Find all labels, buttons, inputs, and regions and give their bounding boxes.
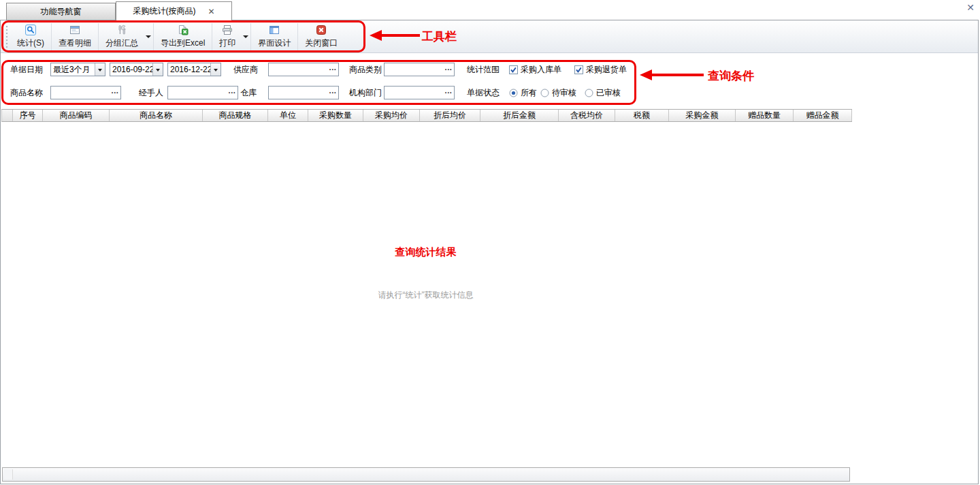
scope-label: 统计范围 bbox=[467, 63, 500, 76]
tab-label: 功能导航窗 bbox=[41, 6, 82, 18]
department-value bbox=[385, 87, 443, 99]
date-to-value: 2016-12-22 bbox=[168, 63, 210, 76]
warehouse-label: 仓库 bbox=[240, 86, 257, 99]
ellipsis-lookup-icon[interactable]: ··· bbox=[327, 63, 338, 76]
column-header-discounted-amount[interactable]: 折后金额 bbox=[480, 110, 559, 121]
date-preset-combo[interactable]: 最近3个月 bbox=[50, 63, 105, 76]
product-name-input[interactable]: ··· bbox=[50, 86, 121, 99]
checkbox-checked-icon bbox=[509, 65, 518, 74]
date-label: 单据日期 bbox=[10, 63, 43, 76]
column-header-product-name[interactable]: 商品名称 bbox=[110, 110, 203, 121]
search-icon bbox=[25, 25, 36, 35]
toolbar-separator bbox=[250, 23, 251, 50]
close-window-button[interactable]: 关闭窗口 bbox=[299, 22, 344, 52]
column-header-product-spec[interactable]: 商品规格 bbox=[203, 110, 268, 121]
category-label: 商品类别 bbox=[349, 63, 382, 76]
query-panel: 单据日期 最近3个月 2016-09-22 2016-12-22 供应商 ···… bbox=[1, 53, 978, 108]
printer-icon bbox=[222, 25, 233, 35]
column-header-purchase-avg-price[interactable]: 采购均价 bbox=[363, 110, 420, 121]
tab-purchase-statistics[interactable]: 采购统计(按商品) ✕ bbox=[116, 1, 232, 20]
toolbar-separator bbox=[98, 23, 99, 50]
button-label: 打印 bbox=[219, 37, 235, 49]
result-title-annotation: 查询统计结果 bbox=[1, 246, 850, 259]
radio-label: 待审核 bbox=[552, 87, 576, 99]
category-input[interactable]: ··· bbox=[384, 63, 455, 76]
toolbar-separator bbox=[212, 23, 212, 50]
checkbox-label: 采购入库单 bbox=[521, 64, 561, 76]
scope-checkbox-purchase-inbound[interactable]: 采购入库单 bbox=[509, 63, 561, 76]
button-label: 导出到Excel bbox=[161, 37, 205, 49]
tab-label: 采购统计(按商品) bbox=[133, 5, 195, 17]
column-header-product-code[interactable]: 商品编码 bbox=[43, 110, 110, 121]
status-label: 单据状态 bbox=[467, 86, 500, 99]
window-close-icon[interactable]: ✕ bbox=[966, 2, 975, 13]
toolbar-grip-handle[interactable] bbox=[5, 25, 9, 48]
ellipsis-lookup-icon[interactable]: ··· bbox=[443, 87, 454, 99]
column-header-tax-amount[interactable]: 税额 bbox=[615, 110, 669, 121]
chevron-down-icon[interactable] bbox=[95, 63, 105, 76]
close-window-icon bbox=[316, 25, 327, 35]
button-label: 界面设计 bbox=[258, 37, 291, 49]
print-button[interactable]: 打印 bbox=[213, 22, 242, 52]
warehouse-input[interactable]: ··· bbox=[268, 86, 339, 99]
tools-icon bbox=[116, 25, 127, 35]
supplier-input[interactable]: ··· bbox=[268, 63, 339, 76]
handler-label: 经手人 bbox=[139, 86, 163, 99]
ellipsis-lookup-icon[interactable]: ··· bbox=[227, 87, 238, 99]
handler-input[interactable]: ··· bbox=[167, 86, 238, 99]
toolbar-separator bbox=[51, 23, 52, 50]
ui-design-icon bbox=[269, 25, 280, 35]
ellipsis-lookup-icon[interactable]: ··· bbox=[327, 87, 338, 99]
toolbar: 统计(S) 查看明细 分组汇总 bbox=[1, 20, 978, 53]
date-from-combo[interactable]: 2016-09-22 bbox=[110, 63, 163, 76]
statistics-button[interactable]: 统计(S) bbox=[11, 22, 50, 52]
date-preset-value: 最近3个月 bbox=[51, 63, 95, 76]
tab-function-navigation[interactable]: 功能导航窗 bbox=[6, 3, 116, 20]
supplier-label: 供应商 bbox=[233, 63, 258, 76]
product-name-label: 商品名称 bbox=[10, 86, 43, 99]
scope-checkbox-purchase-return[interactable]: 采购退货单 bbox=[574, 63, 627, 76]
department-label: 机构部门 bbox=[349, 86, 382, 99]
column-header-gift-amount[interactable]: 赠品金额 bbox=[794, 110, 852, 121]
ui-design-button[interactable]: 界面设计 bbox=[252, 22, 297, 52]
radio-selected-icon bbox=[509, 89, 518, 97]
ellipsis-lookup-icon[interactable]: ··· bbox=[443, 63, 454, 76]
category-value bbox=[385, 63, 443, 76]
column-header-tax-incl-avg-price[interactable]: 含税均价 bbox=[559, 110, 615, 121]
button-label: 统计(S) bbox=[17, 37, 44, 49]
status-radio-all[interactable]: 所有 bbox=[509, 86, 537, 99]
grid-footer-bar bbox=[2, 467, 850, 482]
supplier-value bbox=[269, 63, 327, 76]
empty-state-message: 请执行“统计”获取统计信息 bbox=[1, 290, 850, 301]
checkbox-checked-icon bbox=[574, 65, 583, 74]
status-radio-pending[interactable]: 待审核 bbox=[540, 86, 576, 99]
toolbar-separator bbox=[297, 23, 298, 50]
row-indicator-header-cell bbox=[2, 110, 13, 121]
date-from-value: 2016-09-22 bbox=[110, 63, 152, 76]
status-radio-approved[interactable]: 已审核 bbox=[585, 86, 621, 99]
chevron-down-icon[interactable] bbox=[210, 63, 220, 76]
column-header-gift-qty[interactable]: 赠品数量 bbox=[736, 110, 794, 121]
radio-label: 已审核 bbox=[596, 87, 621, 99]
column-header-purchase-qty[interactable]: 采购数量 bbox=[308, 110, 363, 121]
product-name-value bbox=[51, 87, 110, 99]
footer-grip bbox=[4, 469, 13, 480]
view-details-button[interactable]: 查看明细 bbox=[52, 22, 97, 52]
ellipsis-lookup-icon[interactable]: ··· bbox=[110, 87, 120, 99]
warehouse-value bbox=[269, 87, 327, 99]
button-label: 分组汇总 bbox=[105, 37, 138, 49]
group-summary-dropdown-arrow[interactable] bbox=[144, 22, 152, 52]
app-window: 功能导航窗 采购统计(按商品) ✕ ✕ 统计(S) 查看明 bbox=[0, 0, 980, 485]
date-to-combo[interactable]: 2016-12-22 bbox=[167, 63, 221, 76]
print-dropdown-arrow[interactable] bbox=[242, 22, 250, 52]
column-header-seq[interactable]: 序号 bbox=[13, 110, 43, 121]
column-header-discounted-avg-price[interactable]: 折后均价 bbox=[420, 110, 480, 121]
export-excel-button[interactable]: 导出到Excel bbox=[154, 22, 211, 52]
tab-close-icon[interactable]: ✕ bbox=[208, 7, 214, 16]
department-input[interactable]: ··· bbox=[384, 86, 455, 99]
grid-header-row: 序号 商品编码 商品名称 商品规格 单位 采购数量 采购均价 折后均价 折后金额… bbox=[1, 109, 852, 122]
column-header-unit[interactable]: 单位 bbox=[268, 110, 308, 121]
column-header-purchase-amount[interactable]: 采购金额 bbox=[669, 110, 736, 121]
chevron-down-icon[interactable] bbox=[152, 63, 163, 76]
group-summary-button[interactable]: 分组汇总 bbox=[99, 22, 144, 52]
